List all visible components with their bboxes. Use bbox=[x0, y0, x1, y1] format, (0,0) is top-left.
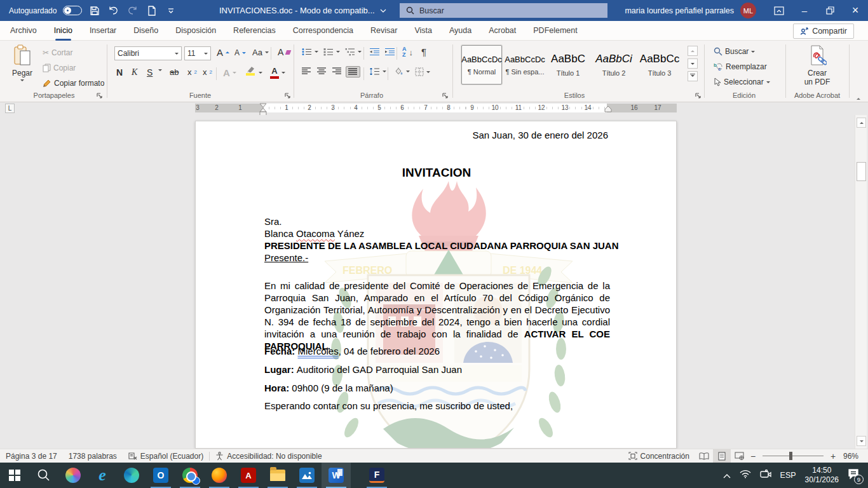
tray-chevron-up-icon[interactable] bbox=[723, 470, 731, 481]
zoom-out-icon[interactable]: − bbox=[749, 451, 757, 461]
search-input[interactable] bbox=[419, 6, 585, 15]
touch-mode-icon[interactable] bbox=[146, 4, 158, 17]
tab-diseno[interactable]: Diseño bbox=[133, 21, 158, 41]
letter-title[interactable]: INVITACION bbox=[196, 166, 677, 179]
autosave-toggle[interactable] bbox=[63, 6, 82, 15]
notification-center-icon[interactable]: 9 bbox=[848, 469, 859, 482]
tab-disposicion[interactable]: Disposición bbox=[175, 21, 216, 41]
undo-icon[interactable] bbox=[107, 4, 120, 17]
replace-button[interactable]: bc Reemplazar bbox=[712, 61, 769, 72]
multilevel-list-button[interactable] bbox=[343, 46, 363, 57]
taskbar-photos-button[interactable] bbox=[292, 463, 322, 488]
addressee-role-line[interactable]: PRESIDENTE DE LA ASAMBLEA LOCAL CIUDADAN… bbox=[264, 240, 619, 252]
taskbar-firefox-button[interactable] bbox=[205, 463, 234, 488]
style-heading1[interactable]: AaBbC Título 1 bbox=[548, 45, 588, 85]
styles-dialog-launcher-icon[interactable] bbox=[695, 92, 703, 100]
tab-acrobat[interactable]: Acrobat bbox=[489, 21, 516, 41]
minimize-button[interactable]: – bbox=[792, 0, 817, 21]
bullet-list-button[interactable] bbox=[300, 46, 320, 57]
clock[interactable]: 14:50 30/1/2026 bbox=[805, 466, 839, 485]
lugar-line[interactable]: Lugar: Auditorio del GAD Parroquial San … bbox=[264, 363, 462, 376]
underline-button[interactable]: S bbox=[145, 66, 154, 79]
shrink-font-button[interactable]: A bbox=[233, 47, 248, 58]
addressee-name-line[interactable]: Blanca Otacoma Yánez bbox=[264, 227, 364, 240]
taskbar-file-explorer-button[interactable] bbox=[263, 463, 292, 488]
accessibility-status[interactable]: Accesibilidad: No disponible bbox=[210, 449, 327, 463]
align-right-button[interactable] bbox=[330, 66, 344, 76]
increase-indent-button[interactable] bbox=[383, 46, 397, 57]
find-button[interactable]: Buscar bbox=[712, 46, 757, 57]
tab-stop-selector[interactable]: L bbox=[5, 104, 15, 113]
tab-archivo[interactable]: Archivo bbox=[10, 21, 37, 41]
shading-button[interactable] bbox=[391, 66, 412, 77]
print-layout-button[interactable] bbox=[713, 449, 731, 463]
taskbar-outlook-button[interactable]: O bbox=[146, 463, 175, 488]
presente-line[interactable]: Presente.- bbox=[264, 252, 308, 264]
paste-button[interactable]: Pegar bbox=[8, 44, 37, 90]
create-pdf-button[interactable]: Crear un PDF bbox=[792, 44, 843, 90]
zoom-level[interactable]: 96% bbox=[837, 449, 864, 463]
sort-button[interactable]: AZ ↓ bbox=[400, 45, 415, 59]
date-line[interactable]: San Juan, 30 de enero del 2026 bbox=[472, 129, 608, 141]
zoom-slider-thumb[interactable] bbox=[789, 452, 792, 460]
strikethrough-button[interactable]: ab bbox=[168, 66, 180, 78]
grow-font-button[interactable]: A bbox=[215, 46, 231, 59]
show-marks-button[interactable]: ¶ bbox=[419, 45, 428, 58]
justify-button[interactable] bbox=[346, 66, 360, 78]
hora-line[interactable]: Hora: 09h00 (9 de la mañana) bbox=[264, 382, 393, 394]
zoom-slider[interactable] bbox=[763, 456, 824, 456]
page-indicator[interactable]: Página 3 de 17 bbox=[0, 449, 63, 463]
font-color-dropdown[interactable] bbox=[280, 69, 287, 77]
subscript-button[interactable]: x2 bbox=[186, 66, 199, 78]
start-button[interactable] bbox=[0, 463, 29, 488]
italic-button[interactable]: K bbox=[130, 66, 139, 79]
styles-scroll-down-icon[interactable] bbox=[688, 58, 698, 69]
close-button[interactable]: × bbox=[843, 0, 868, 21]
redo-icon[interactable] bbox=[126, 4, 139, 17]
align-left-button[interactable] bbox=[300, 66, 313, 76]
document-page[interactable]: FEBRERO DE 1944 7 bbox=[195, 121, 677, 449]
style-no-spacing[interactable]: AaBbCcDc ¶ Sin espa... bbox=[505, 45, 545, 85]
avatar[interactable]: ML bbox=[740, 3, 756, 18]
tab-referencias[interactable]: Referencias bbox=[233, 21, 276, 41]
copy-button[interactable]: Copiar bbox=[41, 62, 78, 74]
superscript-button[interactable]: x2 bbox=[201, 66, 214, 78]
borders-button[interactable] bbox=[413, 66, 432, 78]
vertical-scrollbar[interactable] bbox=[855, 115, 867, 449]
taskbar-search-button[interactable] bbox=[29, 463, 58, 488]
scroll-down-icon[interactable] bbox=[857, 436, 866, 446]
style-normal[interactable]: AaBbCcDc ¶ Normal bbox=[461, 45, 502, 85]
web-layout-button[interactable] bbox=[731, 449, 749, 463]
tab-insertar[interactable]: Insertar bbox=[90, 21, 116, 41]
wifi-icon[interactable] bbox=[740, 470, 751, 481]
underline-dropdown[interactable] bbox=[156, 66, 164, 74]
tab-revisar[interactable]: Revisar bbox=[370, 21, 397, 41]
style-heading3[interactable]: AaBbCc Título 3 bbox=[639, 45, 680, 85]
styles-scroll-up-icon[interactable] bbox=[688, 46, 698, 56]
tab-correspondencia[interactable]: Correspondencia bbox=[293, 21, 353, 41]
taskbar-edge-button[interactable] bbox=[117, 463, 146, 488]
font-size-select[interactable]: 11 bbox=[184, 46, 211, 60]
tab-inicio[interactable]: Inicio bbox=[54, 21, 72, 41]
cut-button[interactable]: ✂ Cortar bbox=[41, 47, 74, 58]
customize-quick-access-icon[interactable] bbox=[165, 4, 177, 17]
proofing-status[interactable]: Español (Ecuador) bbox=[123, 449, 209, 463]
taskbar-internet-explorer-button[interactable]: e bbox=[88, 463, 117, 488]
paragraph-dialog-launcher-icon[interactable] bbox=[442, 92, 450, 100]
decrease-indent-button[interactable] bbox=[367, 46, 382, 57]
highlight-color-button[interactable] bbox=[244, 65, 257, 77]
highlight-dropdown[interactable] bbox=[257, 69, 264, 77]
font-family-select[interactable]: Calibri bbox=[114, 46, 182, 60]
right-indent-marker[interactable] bbox=[604, 105, 612, 113]
clear-formatting-button[interactable]: A bbox=[276, 46, 292, 58]
focus-mode-button[interactable]: Concentración bbox=[623, 449, 695, 463]
taskbar-acrobat-button[interactable]: A bbox=[234, 463, 263, 488]
tab-pdfelement[interactable]: PDFelement bbox=[533, 21, 577, 41]
zoom-in-icon[interactable]: + bbox=[829, 451, 837, 461]
meet-now-icon[interactable] bbox=[760, 470, 771, 481]
tab-vista[interactable]: Vista bbox=[414, 21, 432, 41]
format-painter-button[interactable]: Copiar formato bbox=[41, 78, 106, 89]
taskbar-pdfelement-button[interactable]: F bbox=[362, 463, 391, 488]
collapse-ribbon-icon[interactable] bbox=[857, 93, 860, 102]
style-heading2[interactable]: AaBbCi Título 2 bbox=[593, 45, 634, 85]
